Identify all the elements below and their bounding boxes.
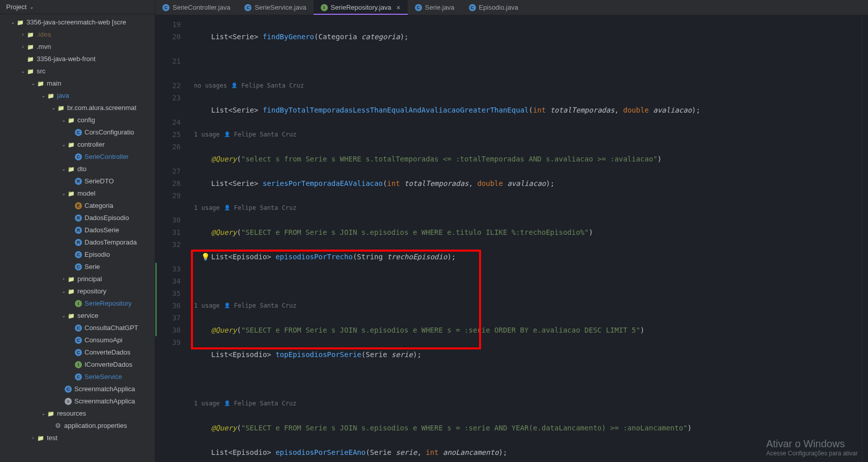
usages-hint[interactable]: 1 usage <box>194 128 220 141</box>
tree-item-controller[interactable]: ⌄controller <box>0 139 155 151</box>
tree-item-java[interactable]: ⌄java <box>0 90 155 102</box>
line-number: 27 <box>155 165 181 177</box>
inlay-hint[interactable]: 1 usage 👤 Felipe Santa Cruz <box>191 300 868 312</box>
tree-item-principal[interactable]: ›principal <box>0 273 155 285</box>
tab-label: SerieService.java <box>255 4 306 11</box>
tree-item-iconverte[interactable]: IIConverteDados <box>0 359 155 371</box>
tree-label: Episodio <box>85 250 110 260</box>
tree-item-seriedto[interactable]: RSerieDTO <box>0 175 155 187</box>
lightbulb-icon[interactable]: 💡 <box>201 251 210 263</box>
tree-item-dadosep[interactable]: RDadosEpisodio <box>0 212 155 224</box>
tree-item-src[interactable]: ⌄src <box>0 65 155 77</box>
project-tree: ⌄3356-java-screenmatch-web [scre ›.idea … <box>0 14 155 446</box>
folder-icon <box>26 43 35 51</box>
tree-label: resources <box>57 409 86 419</box>
tree-root[interactable]: ⌄3356-java-screenmatch-web [scre <box>0 16 155 29</box>
tree-item-corsconfig[interactable]: CCorsConfiguratio <box>0 126 155 139</box>
tree-item-idea[interactable]: ›.idea <box>0 29 155 41</box>
author-hint[interactable]: Felipe Santa Cruz <box>234 397 297 410</box>
tree-item-mvn[interactable]: ›.mvn <box>0 41 155 53</box>
tree-item-service[interactable]: ⌄service <box>0 310 155 322</box>
code-line[interactable]: @Query("SELECT e FROM Serie s JOIN s.epi… <box>191 226 868 238</box>
inlay-hint[interactable]: 1 usage 👤 Felipe Santa Cruz <box>191 128 868 141</box>
tree-item-test[interactable]: ›test <box>0 432 155 444</box>
tree-item-dadosserie[interactable]: RDadosSerie <box>0 224 155 236</box>
code-line[interactable]: List<Episodio> topEpisodiosPorSerie(Seri… <box>191 348 868 361</box>
inlay-hint[interactable]: 1 usage 👤 Felipe Santa Cruz <box>191 202 868 214</box>
code-line[interactable] <box>191 373 868 385</box>
code-line[interactable]: @Query("select s from Serie s WHERE s.to… <box>191 153 868 165</box>
class-icon: C <box>415 4 422 11</box>
tree-item-serieservice[interactable]: CSerieService <box>0 371 155 383</box>
tab-serie[interactable]: CSerie.java <box>408 0 462 15</box>
code-line[interactable]: List<Serie> findByGenero(Categoria categ… <box>191 31 868 43</box>
tree-item-webfront[interactable]: 3356-java-web-front <box>0 53 155 65</box>
class-icon: C <box>75 349 82 356</box>
usages-hint[interactable]: 1 usage <box>194 202 220 214</box>
code-line[interactable]: @Query("SELECT e FROM Serie s JOIN s.epi… <box>191 324 868 336</box>
line-number <box>155 43 181 55</box>
code-line[interactable]: List<Episodio> episodiosPorSerieEAno(Ser… <box>191 446 868 458</box>
code-line[interactable]: @Query("SELECT e FROM Serie s JOIN s.epi… <box>191 422 868 434</box>
chevron-down-icon: ⌄ <box>30 4 34 10</box>
tree-item-serie[interactable]: CSerie <box>0 261 155 273</box>
code-line[interactable]: List<Serie> seriesPorTemporadaEAValiacao… <box>191 177 868 189</box>
tree-item-seriecontroller[interactable]: CSerieController <box>0 151 155 163</box>
author-hint[interactable]: Felipe Santa Cruz <box>234 128 297 141</box>
tree-item-screenmatchapp1[interactable]: CScreenmatchApplica <box>0 383 155 395</box>
line-number: 28 <box>155 177 181 189</box>
tree-item-serierepo[interactable]: ISerieRepository <box>0 297 155 310</box>
tree-item-episodio[interactable]: CEpisodio <box>0 249 155 261</box>
folder-icon <box>26 31 35 39</box>
tree-item-screenmatchapp2[interactable]: ≡ScreenmatchApplica <box>0 395 155 407</box>
inlay-hint[interactable]: 1 usage 👤 Felipe Santa Cruz <box>191 397 868 410</box>
tree-item-resources[interactable]: ⌄resources <box>0 407 155 420</box>
tree-item-consultachat[interactable]: CConsultaChatGPT <box>0 322 155 334</box>
tab-label: SerieController.java <box>173 4 230 11</box>
tree-item-model[interactable]: ⌄model <box>0 187 155 200</box>
author-hint[interactable]: Felipe Santa Cruz <box>234 300 297 312</box>
line-number: 23 <box>155 92 181 104</box>
author-hint[interactable]: Felipe Santa Cruz <box>234 202 297 214</box>
tree-item-appprops[interactable]: ⚙application.properties <box>0 420 155 432</box>
inlay-hint[interactable]: no usages 👤 Felipe Santa Cruz <box>191 79 868 92</box>
code-line[interactable] <box>191 275 868 287</box>
line-number: 36 <box>155 300 181 312</box>
tab-label: Serie.java <box>425 4 455 11</box>
tab-serieservice[interactable]: CSerieService.java <box>237 0 313 15</box>
usages-hint[interactable]: no usages <box>194 79 227 92</box>
code-line[interactable]: List<Episodio> episodiosPorTrecho(String… <box>191 251 868 263</box>
tree-label: 3356-java-screenmatch-web [scre <box>26 17 126 28</box>
tab-episodio[interactable]: CEpisodio.java <box>462 0 525 15</box>
tab-seriecontroller[interactable]: CSerieController.java <box>155 0 237 15</box>
tree-item-convertedados[interactable]: CConverteDados <box>0 346 155 359</box>
usages-hint[interactable]: 1 usage <box>194 300 220 312</box>
code-editor[interactable]: 19 20 21 22 23 24 25 26 27 28 29 30 31 3… <box>155 15 868 462</box>
tree-item-config[interactable]: ⌄config <box>0 114 155 126</box>
folder-icon <box>67 141 75 149</box>
code-line[interactable]: List<Serie> findByTotalTemporadasLessTha… <box>191 104 868 116</box>
author-hint[interactable]: Felipe Santa Cruz <box>241 79 304 92</box>
tree-item-main[interactable]: ⌄main <box>0 77 155 90</box>
tree-label: DadosTemporada <box>85 237 137 248</box>
class-icon: C <box>65 386 72 393</box>
line-number <box>155 251 181 263</box>
vertical-scrollbar[interactable] <box>862 15 868 462</box>
tree-item-pkg[interactable]: ⌄br.com.alura.screenmat <box>0 102 155 114</box>
tree-label: ConsultaChatGPT <box>85 323 138 333</box>
tree-item-categoria[interactable]: ECategoria <box>0 200 155 212</box>
usages-hint[interactable]: 1 usage <box>194 397 220 410</box>
line-number: 31 <box>155 226 181 238</box>
tree-item-consumoapi[interactable]: CConsumoApi <box>0 334 155 346</box>
tab-serierepository[interactable]: ISerieRepository.java× <box>314 0 408 15</box>
code-area[interactable]: List<Serie> findByGenero(Categoria categ… <box>191 15 868 462</box>
tree-item-dadostemp[interactable]: RDadosTemporada <box>0 236 155 249</box>
tree-label: SerieService <box>85 372 122 382</box>
code-line[interactable] <box>191 55 868 67</box>
tree-item-repository[interactable]: ⌄repository <box>0 285 155 297</box>
close-icon[interactable]: × <box>397 4 401 12</box>
sidebar-header[interactable]: Project ⌄ <box>0 0 155 14</box>
line-number <box>155 153 181 165</box>
line-number: 19 <box>155 18 181 31</box>
tree-item-dto[interactable]: ⌄dto <box>0 163 155 175</box>
